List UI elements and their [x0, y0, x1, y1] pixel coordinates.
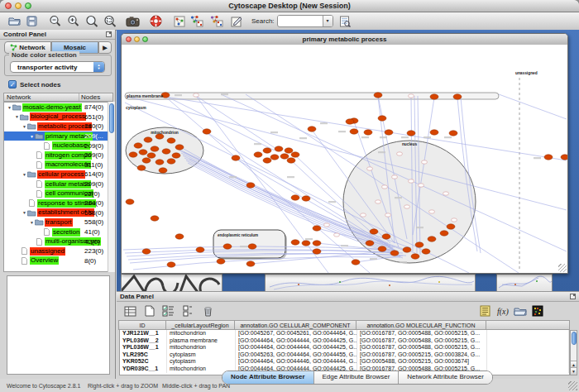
advanced-search-icon[interactable] [338, 14, 352, 28]
gene-node[interactable] [440, 231, 448, 236]
network-desktop[interactable]: primary metabolic process plasma membran… [117, 30, 579, 291]
edge[interactable] [196, 96, 279, 151]
scroll-down-arrow-icon[interactable]: ▼ [571, 367, 577, 375]
tree-column-network[interactable]: Network [4, 93, 79, 101]
tree-item-macromolecule[interactable]: macromolecule311(0) [4, 160, 112, 170]
tree-item-nitrogen-compo[interactable]: nitrogen compo209(0) [4, 151, 112, 160]
tree-item-biological-process[interactable]: ▼biological_process651(0) [4, 112, 112, 122]
gene-node[interactable] [291, 240, 299, 245]
column-header-cellular-component[interactable]: annotation.GO CELLULAR_COMPONENT [234, 320, 356, 330]
tree-item-nucleobase-[interactable]: nucleobase-209(0) [4, 141, 112, 151]
gene-node[interactable] [291, 152, 299, 157]
gene-node[interactable] [263, 158, 271, 163]
zoom-in-icon[interactable] [66, 14, 80, 28]
gene-node-unselected[interactable] [422, 160, 428, 164]
window-titlebar[interactable]: Cytoscape Desktop (New Session) [0, 0, 579, 12]
gene-node[interactable] [374, 93, 382, 98]
tab-overflow-button[interactable]: ▶ [98, 41, 112, 54]
gene-node[interactable] [428, 237, 436, 241]
gene-node[interactable] [291, 195, 299, 200]
table-row[interactable]: YJR121W__1mitochondrion[GO:0045267, GO:0… [120, 330, 569, 337]
edge[interactable] [499, 94, 567, 119]
disclosure-triangle-icon[interactable]: ▼ [29, 134, 35, 139]
gene-node[interactable] [217, 259, 225, 264]
gene-node[interactable] [147, 153, 156, 158]
disclosure-triangle-icon[interactable]: ▼ [14, 114, 20, 119]
tree-item-establishment-of-lo[interactable]: ▼establishment of lo558(0) [4, 208, 112, 218]
gene-node-unselected[interactable] [392, 175, 398, 179]
gene-node[interactable] [280, 154, 289, 159]
attribute-heatmap-icon[interactable] [530, 304, 544, 318]
annotation-box-icon[interactable] [229, 14, 243, 28]
select-nodes-checkbox[interactable]: ✓ [8, 80, 17, 88]
float-panel-icon[interactable] [570, 294, 576, 299]
gene-node-unselected[interactable] [452, 218, 457, 222]
gene-node[interactable] [129, 152, 137, 157]
gene-node-unselected[interactable] [194, 93, 199, 97]
tree-item-unassigned[interactable]: unassigned223(0) [4, 246, 112, 256]
gene-node[interactable] [411, 254, 419, 259]
gene-node-unselected[interactable] [397, 152, 403, 155]
zoom-selected-icon[interactable] [103, 14, 117, 28]
gene-node-unselected[interactable] [409, 179, 414, 183]
gene-node[interactable] [126, 199, 134, 204]
table-row[interactable]: YPL036W__2plasma membrane[GO:0044464, GO… [120, 337, 569, 345]
gene-node-unselected[interactable] [409, 94, 414, 98]
gene-node-unselected[interactable] [382, 185, 388, 189]
gene-node[interactable] [447, 224, 455, 229]
function-builder-icon[interactable]: f(x) [495, 304, 510, 318]
gene-node-unselected[interactable] [324, 223, 330, 227]
gene-node[interactable] [385, 130, 393, 135]
gene-node[interactable] [248, 244, 256, 249]
gene-node[interactable] [134, 143, 142, 148]
gene-node[interactable] [151, 146, 159, 151]
tree-item-transport[interactable]: ▼transport558(0) [4, 218, 112, 227]
disclosure-triangle-icon[interactable]: ▼ [22, 210, 27, 215]
zoom-out-icon[interactable] [48, 14, 62, 28]
tree-item-secretion[interactable]: secretion41(0) [4, 227, 112, 237]
gene-node[interactable] [151, 216, 159, 221]
background-window-fragment-3[interactable] [496, 274, 553, 291]
gene-node[interactable] [232, 155, 240, 160]
frame-resize-grip[interactable] [558, 264, 567, 272]
gene-node[interactable] [270, 155, 279, 160]
tree-item-primary-metabo[interactable]: ▼primary metabo209(... [4, 131, 112, 141]
gene-node-unselected[interactable] [334, 233, 340, 237]
float-panel-icon[interactable] [106, 31, 112, 37]
gene-node-unselected[interactable] [419, 184, 424, 187]
new-attribute-icon[interactable] [142, 304, 156, 318]
table-row[interactable]: YPL036W__1mitochondrion[GO:0044464, GO:0… [120, 344, 569, 351]
gene-node-unselected[interactable] [367, 167, 373, 170]
gene-node[interactable] [162, 149, 170, 154]
gene-node[interactable] [308, 127, 316, 131]
gene-node[interactable] [156, 160, 164, 165]
tree-item-response-to-stimulu[interactable]: response to stimulu264(0) [4, 198, 112, 208]
gene-node[interactable] [302, 241, 310, 246]
gene-node[interactable] [352, 260, 360, 265]
select-attributes-icon[interactable] [161, 304, 175, 318]
gene-node[interactable] [263, 148, 271, 153]
import-attributes-icon[interactable] [513, 304, 527, 318]
gene-node[interactable] [275, 146, 283, 151]
disclosure-triangle-icon[interactable]: ▼ [22, 172, 27, 177]
table-scrollbar-thumb[interactable] [572, 332, 577, 345]
gene-node[interactable] [175, 145, 184, 150]
column-header-molecular-function[interactable]: annotation.GO MOLECULAR_FUNCTION [356, 320, 486, 330]
gene-node[interactable] [175, 234, 184, 239]
gene-node[interactable] [430, 94, 438, 99]
attribute-matrix-icon[interactable] [123, 304, 137, 318]
table-row[interactable]: YLR295Ccytoplasm[GO:0045263, GO:0044464,… [120, 351, 569, 359]
tree-item-multi-organism-pro[interactable]: multi-organism pro42(0) [4, 237, 112, 246]
tab-edge-attribute-browser[interactable]: Edge Attribute Browser [314, 371, 400, 384]
tree-item-cellular-process[interactable]: ▼cellular process614(0) [4, 170, 112, 179]
gene-node[interactable] [453, 94, 462, 99]
tree-scrollbar-thumb[interactable] [109, 103, 114, 133]
background-window-fragment-2[interactable] [265, 274, 476, 291]
network-canvas[interactable]: plasma membrane cytoplasm mitochondrion … [122, 45, 567, 273]
gene-node[interactable] [137, 165, 146, 170]
gene-node[interactable] [246, 183, 255, 188]
gene-node[interactable] [403, 247, 411, 252]
gene-node[interactable] [172, 153, 180, 158]
gene-node[interactable] [196, 247, 204, 252]
gene-node[interactable] [313, 249, 321, 254]
